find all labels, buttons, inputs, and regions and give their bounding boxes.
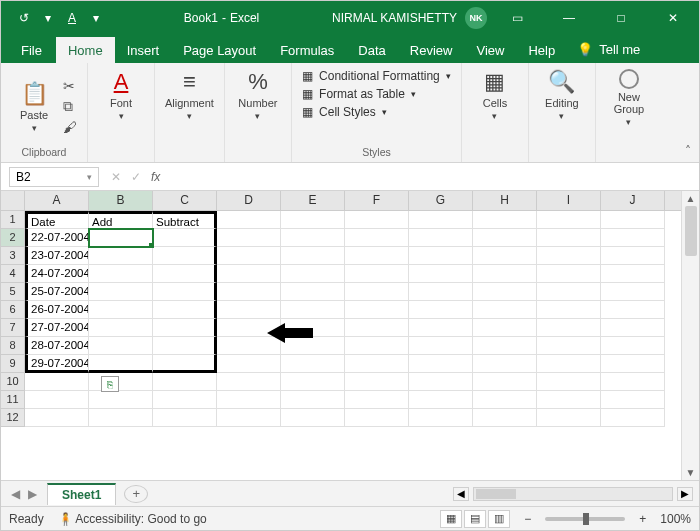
normal-view-icon[interactable]: ▦	[440, 510, 462, 528]
cell-E10[interactable]	[281, 373, 345, 391]
tab-help[interactable]: Help	[516, 37, 567, 63]
cell-J8[interactable]	[601, 337, 665, 355]
zoom-slider[interactable]	[545, 517, 625, 521]
cell-I2[interactable]	[537, 229, 601, 247]
cell-H5[interactable]	[473, 283, 537, 301]
cell-A6[interactable]: 26-07-2004	[25, 301, 89, 319]
row-head-2[interactable]: 2	[1, 229, 25, 247]
row-head-7[interactable]: 7	[1, 319, 25, 337]
row-head-11[interactable]: 11	[1, 391, 25, 409]
row-head-9[interactable]: 9	[1, 355, 25, 373]
cell-C2[interactable]	[153, 229, 217, 247]
zoom-in-icon[interactable]: +	[639, 512, 646, 526]
cell-I3[interactable]	[537, 247, 601, 265]
cell-B9[interactable]	[89, 355, 153, 373]
cell-C7[interactable]	[153, 319, 217, 337]
cell-B5[interactable]	[89, 283, 153, 301]
cell-F8[interactable]	[345, 337, 409, 355]
row-head-6[interactable]: 6	[1, 301, 25, 319]
cell-C10[interactable]	[153, 373, 217, 391]
cell-G11[interactable]	[409, 391, 473, 409]
minimize-icon[interactable]: —	[547, 1, 591, 35]
cell-I7[interactable]	[537, 319, 601, 337]
cell-H6[interactable]	[473, 301, 537, 319]
cell-C8[interactable]	[153, 337, 217, 355]
autosave-icon[interactable]: ↺	[17, 11, 31, 25]
cell-A11[interactable]	[25, 391, 89, 409]
cell-E9[interactable]	[281, 355, 345, 373]
cell-A4[interactable]: 24-07-2004	[25, 265, 89, 283]
zoom-knob[interactable]	[583, 513, 589, 525]
cell-G2[interactable]	[409, 229, 473, 247]
tell-me[interactable]: 💡 Tell me	[567, 36, 650, 63]
cell-E11[interactable]	[281, 391, 345, 409]
cell-G3[interactable]	[409, 247, 473, 265]
cell-B7[interactable]	[89, 319, 153, 337]
cell-A5[interactable]: 25-07-2004	[25, 283, 89, 301]
cell-F5[interactable]	[345, 283, 409, 301]
cell-E2[interactable]	[281, 229, 345, 247]
row-head-10[interactable]: 10	[1, 373, 25, 391]
cell-H10[interactable]	[473, 373, 537, 391]
enter-formula-icon[interactable]: ✓	[131, 170, 141, 184]
col-head-A[interactable]: A	[25, 191, 89, 210]
add-sheet-button[interactable]: +	[124, 485, 148, 503]
cell-G10[interactable]	[409, 373, 473, 391]
cell-F10[interactable]	[345, 373, 409, 391]
cancel-formula-icon[interactable]: ✕	[111, 170, 121, 184]
cell-I12[interactable]	[537, 409, 601, 427]
col-head-F[interactable]: F	[345, 191, 409, 210]
col-head-H[interactable]: H	[473, 191, 537, 210]
hscroll-track[interactable]	[473, 487, 673, 501]
cell-E3[interactable]	[281, 247, 345, 265]
cell-H2[interactable]	[473, 229, 537, 247]
sheet-tab-1[interactable]: Sheet1	[47, 483, 116, 505]
cell-F6[interactable]	[345, 301, 409, 319]
cell-A3[interactable]: 23-07-2004	[25, 247, 89, 265]
tab-review[interactable]: Review	[398, 37, 465, 63]
close-icon[interactable]: ✕	[651, 1, 695, 35]
cell-B2[interactable]	[89, 229, 153, 247]
row-head-8[interactable]: 8	[1, 337, 25, 355]
cell-J1[interactable]	[601, 211, 665, 229]
cell-C12[interactable]	[153, 409, 217, 427]
cell-I8[interactable]	[537, 337, 601, 355]
cell-C5[interactable]	[153, 283, 217, 301]
cell-B10[interactable]	[89, 373, 153, 391]
hscroll-thumb[interactable]	[476, 489, 516, 499]
fill-handle[interactable]	[149, 243, 153, 247]
font-color-icon[interactable]: A	[65, 11, 79, 25]
maximize-icon[interactable]: □	[599, 1, 643, 35]
copy-icon[interactable]: ⧉	[63, 98, 77, 115]
cell-J10[interactable]	[601, 373, 665, 391]
cell-D2[interactable]	[217, 229, 281, 247]
cell-B3[interactable]	[89, 247, 153, 265]
cell-F9[interactable]	[345, 355, 409, 373]
cell-D11[interactable]	[217, 391, 281, 409]
format-as-table-button[interactable]: ▦Format as Table▾	[302, 87, 416, 101]
formula-input[interactable]	[174, 167, 691, 187]
tab-data[interactable]: Data	[346, 37, 397, 63]
row-head-5[interactable]: 5	[1, 283, 25, 301]
cell-G6[interactable]	[409, 301, 473, 319]
cell-H9[interactable]	[473, 355, 537, 373]
cell-D1[interactable]	[217, 211, 281, 229]
cells-button[interactable]: ▦ Cells ▾	[472, 69, 518, 121]
cell-J11[interactable]	[601, 391, 665, 409]
cell-D12[interactable]	[217, 409, 281, 427]
page-break-view-icon[interactable]: ▥	[488, 510, 510, 528]
hscroll-left-icon[interactable]: ◀	[453, 487, 469, 501]
cell-J6[interactable]	[601, 301, 665, 319]
cell-G9[interactable]	[409, 355, 473, 373]
cell-B1[interactable]: Add	[89, 211, 153, 229]
cell-F12[interactable]	[345, 409, 409, 427]
hscroll-right-icon[interactable]: ▶	[677, 487, 693, 501]
cell-G8[interactable]	[409, 337, 473, 355]
cell-F2[interactable]	[345, 229, 409, 247]
cell-styles-button[interactable]: ▦Cell Styles▾	[302, 105, 387, 119]
cell-C1[interactable]: Subtract	[153, 211, 217, 229]
cell-H11[interactable]	[473, 391, 537, 409]
cell-G4[interactable]	[409, 265, 473, 283]
zoom-level[interactable]: 100%	[660, 512, 691, 526]
tab-view[interactable]: View	[464, 37, 516, 63]
